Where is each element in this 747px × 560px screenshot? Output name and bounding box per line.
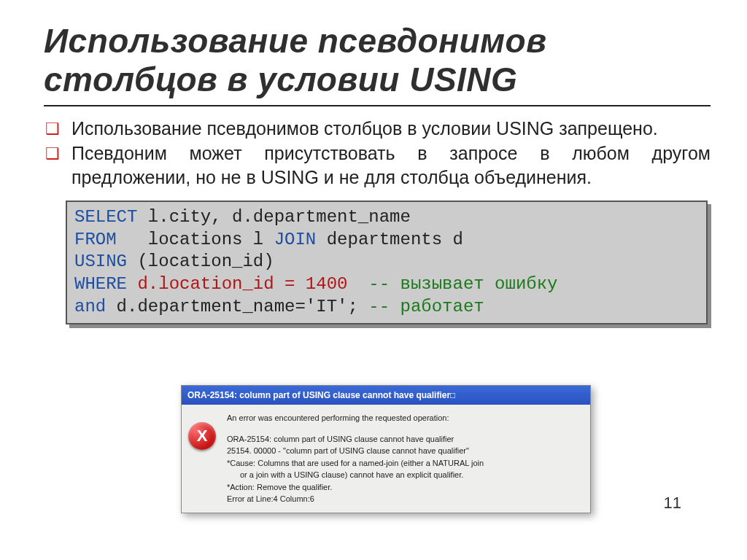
code-text: l.city, d.department_name: [137, 207, 410, 227]
code-text: (location_id): [127, 252, 274, 271]
code-keyword: FROM: [74, 230, 117, 249]
error-dialog: ORA-25154: column part of USING clause c…: [181, 385, 591, 513]
dialog-lead: An error was encountered performing the …: [227, 412, 484, 424]
code-comment: -- работает: [368, 297, 484, 316]
code-keyword: and: [74, 297, 106, 316]
slide-title: Использование псевдонимов столбцов в усл…: [44, 22, 711, 99]
sql-code-block: SELECT l.city, d.department_name FROM lo…: [66, 201, 708, 324]
title-rule: [44, 105, 711, 106]
code-text: [347, 274, 368, 294]
dialog-line: *Action: Remove the qualifier.: [227, 483, 332, 491]
dialog-icon-area: X: [186, 412, 218, 505]
code-keyword: JOIN: [274, 230, 317, 249]
dialog-title-text: ORA-25154: column part of USING clause c…: [187, 386, 455, 405]
dialog-body: X An error was encountered performing th…: [182, 405, 590, 513]
dialog-line: ORA-25154: column part of USING clause c…: [227, 435, 454, 443]
error-x-icon: X: [188, 422, 216, 450]
slide: Использование псевдонимов столбцов в усл…: [0, 0, 747, 560]
dialog-line: Error at Line:4 Column:6: [227, 494, 314, 503]
code-error-part: d.location_id = 1400: [137, 274, 347, 294]
code-keyword: SELECT: [74, 207, 137, 227]
code-keyword: USING: [74, 252, 127, 271]
code-text: locations l: [117, 230, 274, 249]
code-text: d.department_name='IT';: [106, 297, 368, 316]
code-keyword: WHERE: [74, 274, 127, 294]
code-comment: -- вызывает ошибку: [368, 274, 557, 294]
page-number: 11: [664, 494, 681, 513]
code-text: [127, 274, 137, 294]
bullet-item: Псевдоним может присутствовать в запросе…: [66, 141, 711, 191]
dialog-titlebar: ORA-25154: column part of USING clause c…: [182, 386, 590, 405]
bullet-list: Использование псевдонимов столбцов в усл…: [44, 117, 711, 190]
dialog-text: An error was encountered performing the …: [227, 412, 484, 505]
dialog-line: 25154. 00000 - "column part of USING cla…: [227, 446, 469, 455]
code-text: departments d: [316, 230, 463, 249]
dialog-line: *Cause: Columns that are used for a name…: [227, 459, 484, 467]
bullet-item: Использование псевдонимов столбцов в усл…: [66, 117, 711, 141]
dialog-line-wrap: or a join with a USING clause) cannot ha…: [227, 469, 484, 481]
